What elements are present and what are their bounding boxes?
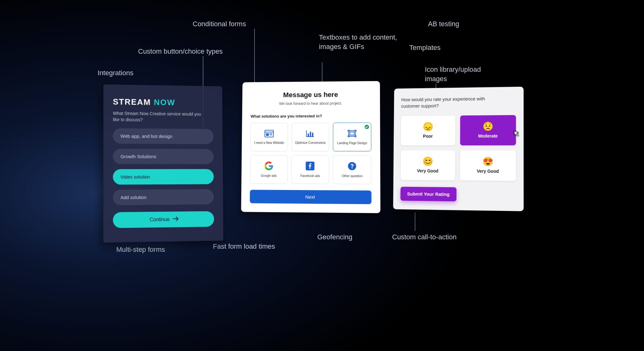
- question-icon: [348, 162, 357, 172]
- solution-tile[interactable]: Google ads: [250, 155, 288, 184]
- rating-tile[interactable]: 😊Very Good: [401, 150, 455, 180]
- svg-rect-11: [350, 132, 354, 135]
- facebook-icon: [306, 161, 315, 171]
- next-button[interactable]: Next: [250, 190, 371, 204]
- next-button-label: Next: [305, 194, 315, 199]
- rating-tile-label: Very Good: [477, 168, 499, 174]
- card-stream-now: STREAM NOW What Stream Now Creative serv…: [103, 84, 223, 242]
- solution-tile[interactable]: Optimize Conversions: [291, 123, 329, 151]
- solution-tile[interactable]: Landing Page Design: [333, 123, 371, 151]
- card1-question: What Stream Now Creative service would y…: [113, 110, 203, 124]
- label-textboxes: Textboxes to add content, images & GIFs: [319, 33, 400, 51]
- solution-tile[interactable]: Facebook ads: [291, 155, 329, 184]
- card3-question: How would you rate your experience with …: [401, 95, 500, 109]
- solution-tile-label: I need a New Website: [252, 141, 286, 144]
- feature-showcase-stage: Integrations Custom button/choice types …: [85, 0, 559, 257]
- label-ab-testing: AB testing: [428, 19, 459, 29]
- rating-tile[interactable]: 😍Very Good: [460, 150, 516, 181]
- card-message-us: Message us here We look forward to hear …: [241, 81, 380, 213]
- rating-emoji-icon: 😍: [482, 157, 493, 166]
- right-black-strip: [550, 0, 559, 257]
- google-icon: [264, 161, 273, 171]
- label-conditional-forms: Conditional forms: [193, 19, 246, 29]
- label-templates: Templates: [409, 43, 440, 52]
- card-rating: How would you rate your experience with …: [393, 87, 524, 211]
- check-icon: [365, 125, 369, 129]
- continue-button-label: Continue: [150, 217, 170, 223]
- submit-rating-label: Submit Your Rating: [407, 191, 449, 197]
- rating-tile-label: Moderate: [478, 134, 498, 139]
- website-icon: [264, 130, 274, 139]
- rating-tile[interactable]: 😟Moderate: [460, 115, 516, 145]
- choice-option[interactable]: Add solution: [113, 189, 214, 205]
- solution-tile-label: Facebook ads: [299, 174, 322, 177]
- choice-option[interactable]: Growth Solutions: [113, 149, 214, 164]
- logo-word-now: NOW: [154, 98, 175, 107]
- rating-tile-label: Very Good: [417, 168, 439, 173]
- label-custom-cta: Custom call-to-action: [392, 232, 457, 242]
- submit-rating-button[interactable]: Submit Your Rating: [401, 187, 457, 202]
- card2-title: Message us here: [251, 90, 371, 99]
- stream-now-logo: STREAM NOW: [113, 97, 213, 108]
- logo-word-stream: STREAM: [113, 97, 151, 107]
- chart-icon: [306, 130, 315, 139]
- landing-icon: [347, 129, 357, 139]
- svg-rect-8: [310, 132, 311, 137]
- continue-button[interactable]: Continue: [113, 211, 214, 228]
- rating-tile-label: Poor: [423, 134, 433, 139]
- label-icon-library: Icon library/upload images: [425, 65, 500, 83]
- label-geofencing: Geofencing: [317, 232, 353, 242]
- solution-tile-label: Landing Page Design: [335, 141, 369, 144]
- arrow-right-icon: [173, 217, 178, 222]
- choice-option[interactable]: Web app, and bot design: [113, 128, 214, 144]
- label-fast-load: Fast form load times: [213, 242, 275, 251]
- solution-tile[interactable]: I need a New Website: [250, 123, 288, 151]
- svg-rect-7: [308, 134, 309, 137]
- card2-subtitle: We look forward to hear about project.: [251, 101, 371, 106]
- card2-question: What solutions are you interested in?: [251, 114, 371, 119]
- cursor-icon: [512, 130, 521, 139]
- choice-option[interactable]: Video solution: [113, 169, 214, 185]
- solution-tile[interactable]: Other question: [333, 155, 371, 184]
- svg-rect-2: [266, 133, 269, 136]
- solution-tile-label: Optimize Conversions: [293, 141, 328, 144]
- connector-line: [254, 29, 255, 91]
- connector-line: [415, 212, 415, 231]
- rating-emoji-icon: 😊: [422, 157, 433, 166]
- svg-rect-9: [312, 133, 314, 137]
- rating-emoji-icon: 😟: [483, 122, 493, 131]
- rating-emoji-icon: 😞: [423, 123, 433, 131]
- label-multi-step: Multi-step forms: [116, 245, 165, 254]
- solution-tile-label: Google ads: [259, 174, 279, 177]
- rating-tile[interactable]: 😞Poor: [401, 115, 455, 145]
- label-integrations: Integrations: [98, 68, 133, 78]
- label-custom-button: Custom button/choice types: [138, 47, 223, 56]
- solution-tile-label: Other question: [340, 174, 364, 178]
